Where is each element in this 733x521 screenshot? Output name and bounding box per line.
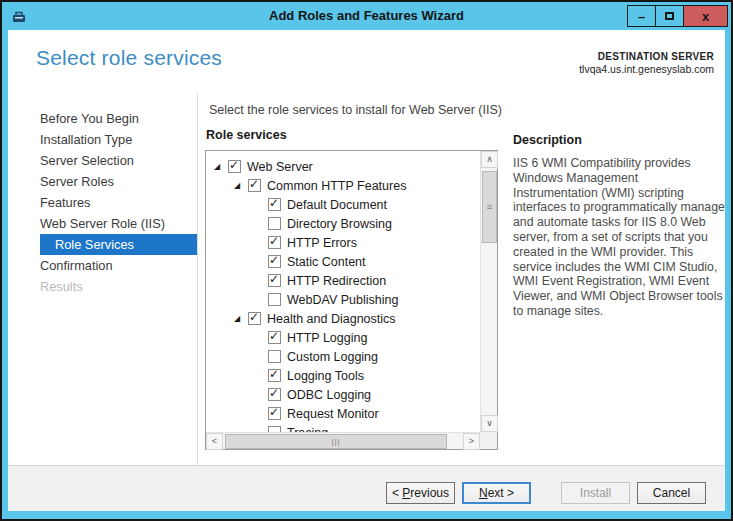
previous-button[interactable]: < Previous bbox=[386, 482, 455, 504]
vertical-scrollbar[interactable]: ∧ ≡ ∨ bbox=[480, 151, 497, 432]
scroll-left-icon[interactable]: < bbox=[206, 433, 223, 450]
sidebar-item-confirmation[interactable]: Confirmation bbox=[40, 255, 197, 276]
tree-label: HTTP Errors bbox=[287, 236, 357, 250]
description-panel: Description IIS 6 WMI Compatibility prov… bbox=[513, 133, 725, 319]
check-icon: ✓ bbox=[269, 405, 279, 419]
destination-server-name: tlvqa4.us.int.genesyslab.com bbox=[579, 63, 714, 75]
tree-label: Web Server bbox=[247, 160, 313, 174]
scroll-right-icon[interactable]: > bbox=[463, 433, 480, 450]
close-button[interactable]: x bbox=[683, 5, 728, 27]
page-title: Select role services bbox=[36, 46, 222, 70]
tree-row-webdav-publishing[interactable]: WebDAV Publishing bbox=[250, 290, 480, 309]
tree-label: Default Document bbox=[287, 198, 387, 212]
tree-row-http-logging[interactable]: ✓HTTP Logging bbox=[250, 328, 480, 347]
maximize-icon bbox=[665, 12, 674, 20]
checkbox-request-monitor[interactable]: ✓ bbox=[268, 407, 281, 420]
horizontal-scrollbar[interactable]: < ||| > bbox=[206, 432, 480, 449]
tree-label: Health and Diagnostics bbox=[267, 312, 396, 326]
scroll-up-icon[interactable]: ∧ bbox=[481, 151, 498, 168]
sidebar-item-before-you-begin[interactable]: Before You Begin bbox=[40, 108, 197, 129]
wizard-body: Select role services DESTINATION SERVER … bbox=[8, 30, 725, 511]
tree-label: Directory Browsing bbox=[287, 217, 392, 231]
cancel-button[interactable]: Cancel bbox=[637, 482, 706, 504]
sidebar-item-web-server-role-iis[interactable]: Web Server Role (IIS) bbox=[40, 213, 197, 234]
check-icon: ✓ bbox=[269, 272, 279, 286]
description-heading: Description bbox=[513, 133, 725, 147]
wizard-window: Add Roles and Features Wizard –x Select … bbox=[0, 0, 733, 521]
description-text: IIS 6 WMI Compatibility provides Windows… bbox=[513, 156, 725, 319]
next-button[interactable]: Next > bbox=[462, 482, 531, 504]
check-icon: ✓ bbox=[269, 234, 279, 248]
check-icon: ✓ bbox=[269, 253, 279, 267]
checkbox-http-redirection[interactable]: ✓ bbox=[268, 274, 281, 287]
tree-row-request-monitor[interactable]: ✓Request Monitor bbox=[250, 404, 480, 423]
sidebar-item-installation-type[interactable]: Installation Type bbox=[40, 129, 197, 150]
checkbox-odbc-logging[interactable]: ✓ bbox=[268, 388, 281, 401]
check-icon: ✓ bbox=[249, 310, 259, 324]
tree-row-custom-logging[interactable]: Custom Logging bbox=[250, 347, 480, 366]
tree-row-health-and-diagnostics[interactable]: ◢✓Health and Diagnostics bbox=[230, 309, 480, 328]
check-icon: ✓ bbox=[269, 196, 279, 210]
checkbox-custom-logging[interactable] bbox=[268, 350, 281, 363]
tree-label: Logging Tools bbox=[287, 369, 364, 383]
footer-bar: < PreviousNext >InstallCancel bbox=[8, 465, 725, 511]
destination-server-block: DESTINATION SERVER tlvqa4.us.int.genesys… bbox=[579, 51, 714, 75]
check-icon: ✓ bbox=[229, 158, 239, 172]
check-icon: ✓ bbox=[269, 386, 279, 400]
expander-icon[interactable]: ◢ bbox=[230, 309, 244, 328]
wizard-sidebar: Before You BeginInstallation TypeServer … bbox=[8, 94, 198, 465]
sidebar-item-features[interactable]: Features bbox=[40, 192, 197, 213]
role-services-listbox: ◢✓Web Server◢✓Common HTTP Features✓Defau… bbox=[205, 150, 498, 450]
minimize-button[interactable]: – bbox=[627, 5, 656, 27]
footer-buttons: < PreviousNext >InstallCancel bbox=[379, 482, 706, 504]
tree-label: HTTP Logging bbox=[287, 331, 367, 345]
checkbox-directory-browsing[interactable] bbox=[268, 217, 281, 230]
tree-row-http-errors[interactable]: ✓HTTP Errors bbox=[250, 233, 480, 252]
instruction-text: Select the role services to install for … bbox=[209, 103, 502, 117]
sidebar-item-role-services[interactable]: Role Services bbox=[40, 234, 197, 255]
checkbox-static-content[interactable]: ✓ bbox=[268, 255, 281, 268]
minimize-icon: – bbox=[638, 9, 645, 24]
maximize-button[interactable] bbox=[655, 5, 684, 27]
tree-label: Static Content bbox=[287, 255, 366, 269]
checkbox-http-errors[interactable]: ✓ bbox=[268, 236, 281, 249]
check-icon: ✓ bbox=[269, 367, 279, 381]
check-icon: ✓ bbox=[269, 329, 279, 343]
checkbox-common-http-features[interactable]: ✓ bbox=[248, 179, 261, 192]
tree-row-static-content[interactable]: ✓Static Content bbox=[250, 252, 480, 271]
expander-icon[interactable]: ◢ bbox=[230, 176, 244, 195]
sidebar-item-results: Results bbox=[40, 276, 197, 297]
title-bar[interactable]: Add Roles and Features Wizard –x bbox=[2, 2, 731, 30]
tree-row-tracing[interactable]: Tracing bbox=[250, 423, 480, 432]
scroll-down-icon[interactable]: ∨ bbox=[481, 415, 498, 432]
tree-row-odbc-logging[interactable]: ✓ODBC Logging bbox=[250, 385, 480, 404]
sidebar-item-server-roles[interactable]: Server Roles bbox=[40, 171, 197, 192]
tree-row-default-document[interactable]: ✓Default Document bbox=[250, 195, 480, 214]
tree-row-http-redirection[interactable]: ✓HTTP Redirection bbox=[250, 271, 480, 290]
checkbox-health-and-diagnostics[interactable]: ✓ bbox=[248, 312, 261, 325]
tree-row-web-server[interactable]: ◢✓Web Server bbox=[210, 157, 480, 176]
sidebar-item-server-selection[interactable]: Server Selection bbox=[40, 150, 197, 171]
window-title: Add Roles and Features Wizard bbox=[2, 2, 731, 30]
wizard-content: Before You BeginInstallation TypeServer … bbox=[8, 94, 725, 465]
destination-server-label: DESTINATION SERVER bbox=[579, 51, 714, 62]
expander-icon[interactable]: ◢ bbox=[210, 157, 224, 176]
checkbox-webdav-publishing[interactable] bbox=[268, 293, 281, 306]
role-services-list-label: Role services bbox=[206, 128, 287, 142]
horizontal-scroll-thumb[interactable]: ||| bbox=[225, 434, 447, 449]
window-controls: –x bbox=[628, 5, 728, 27]
tree-row-common-http-features[interactable]: ◢✓Common HTTP Features bbox=[230, 176, 480, 195]
checkbox-logging-tools[interactable]: ✓ bbox=[268, 369, 281, 382]
tree-label: Custom Logging bbox=[287, 350, 378, 364]
scrollbar-corner bbox=[480, 432, 497, 449]
close-icon: x bbox=[702, 9, 709, 24]
checkbox-web-server[interactable]: ✓ bbox=[228, 160, 241, 173]
vertical-scroll-thumb[interactable]: ≡ bbox=[482, 171, 497, 243]
checkbox-default-document[interactable]: ✓ bbox=[268, 198, 281, 211]
checkbox-http-logging[interactable]: ✓ bbox=[268, 331, 281, 344]
tree-label: Common HTTP Features bbox=[267, 179, 406, 193]
tree-row-logging-tools[interactable]: ✓Logging Tools bbox=[250, 366, 480, 385]
install-button: Install bbox=[561, 482, 630, 504]
tree-row-directory-browsing[interactable]: Directory Browsing bbox=[250, 214, 480, 233]
check-icon: ✓ bbox=[249, 177, 259, 191]
